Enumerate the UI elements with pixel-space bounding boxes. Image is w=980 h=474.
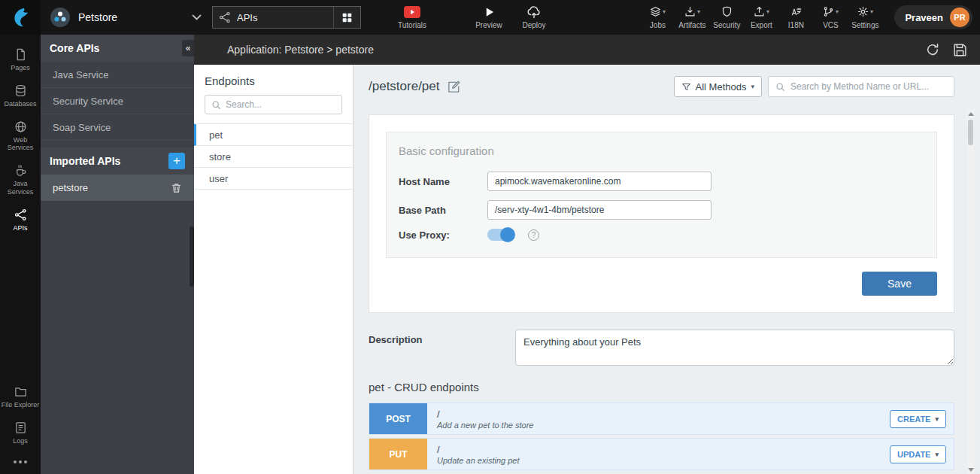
core-apis-header: Core APIs « — [41, 35, 194, 62]
save-button[interactable]: Save — [862, 272, 937, 296]
action-label: UPDATE — [897, 450, 930, 459]
rail-item-file-explorer[interactable]: File Explorer — [0, 379, 41, 415]
top-bar: Petstore APIs Tutorials Preview — [0, 0, 980, 35]
endpoints-search[interactable] — [205, 95, 342, 114]
chevron-down-icon: ▾ — [663, 9, 666, 15]
workspace-selector[interactable]: APIs — [212, 6, 361, 29]
base-path-input[interactable] — [487, 200, 711, 220]
rail-item-apis[interactable]: APIs — [0, 202, 41, 239]
rail-item-java-services[interactable]: Java Services — [0, 158, 41, 202]
endpoint-path: / — [437, 409, 533, 420]
description-textarea[interactable]: Everything about your Pets — [515, 330, 954, 366]
core-apis-title: Core APIs — [50, 42, 99, 54]
collapse-sidebar-icon[interactable]: « — [182, 40, 194, 56]
rail-item-databases[interactable]: Databases — [0, 78, 41, 114]
delete-icon[interactable] — [171, 182, 182, 193]
method-badge: POST — [369, 403, 427, 434]
add-api-button[interactable]: + — [168, 153, 185, 169]
methods-filter-dropdown[interactable]: All Methods ▾ — [674, 76, 762, 97]
rail-item-web-services[interactable]: Web Services — [0, 114, 41, 159]
coffee-icon — [14, 164, 27, 177]
security-button[interactable]: Security — [709, 6, 744, 29]
preview-label: Preview — [475, 21, 502, 29]
method-badge: PUT — [369, 439, 427, 469]
method-search-input[interactable] — [790, 81, 947, 92]
vcs-button[interactable]: ▾ VCS — [813, 6, 848, 29]
endpoint-item-user[interactable]: user — [194, 168, 353, 190]
layers-icon — [650, 6, 661, 17]
item-label: Security Service — [53, 96, 123, 107]
endpoint-item-pet[interactable]: pet — [194, 124, 353, 146]
base-path-label: Base Path — [399, 205, 487, 216]
rail-label: Java Services — [1, 180, 40, 196]
wavemaker-logo-icon[interactable] — [0, 0, 41, 35]
export-button[interactable]: ▾ Export — [744, 6, 778, 29]
endpoint-item-store[interactable]: store — [194, 146, 353, 168]
create-action-button[interactable]: CREATE▾ — [890, 410, 946, 428]
refresh-icon[interactable] — [925, 42, 940, 57]
shield-icon — [721, 6, 733, 17]
api-icon — [14, 208, 27, 221]
host-name-input[interactable] — [487, 172, 711, 191]
deploy-button[interactable]: Deploy — [513, 6, 555, 29]
edit-icon[interactable] — [447, 80, 461, 94]
apps-grid-icon[interactable] — [333, 7, 360, 28]
workspace-selector-label: APIs — [237, 12, 333, 23]
page-icon — [14, 48, 27, 61]
method-search[interactable] — [768, 76, 954, 97]
chevron-down-icon: ▾ — [935, 415, 939, 423]
scrollbar-thumb[interactable] — [968, 120, 973, 145]
project-selector[interactable]: Petstore — [41, 7, 202, 28]
preview-button[interactable]: Preview — [468, 6, 510, 29]
project-avatar — [50, 7, 71, 28]
scroll-up-icon[interactable] — [968, 112, 974, 116]
play-icon — [484, 6, 495, 18]
more-options-icon[interactable] — [14, 451, 27, 474]
sidebar-item-petstore[interactable]: petstore — [41, 175, 194, 201]
git-branch-icon — [823, 6, 834, 17]
rail-label: File Explorer — [2, 401, 40, 409]
use-proxy-label: Use Proxy: — [399, 229, 487, 241]
host-name-label: Host Name — [399, 176, 487, 187]
toggle-knob — [500, 227, 515, 242]
settings-button[interactable]: ▾ Settings — [848, 6, 882, 29]
rail-item-pages[interactable]: Pages — [0, 42, 41, 78]
security-label: Security — [713, 21, 740, 29]
endpoint-path: / — [437, 444, 519, 455]
i18n-button[interactable]: I18N — [778, 6, 813, 29]
help-icon[interactable]: ? — [528, 229, 539, 241]
log-file-icon — [14, 421, 27, 434]
endpoints-title: Endpoints — [194, 65, 353, 95]
chevron-down-icon: ▾ — [836, 9, 839, 15]
main-scrollbar[interactable] — [967, 110, 974, 474]
imported-apis-title: Imported APIs — [50, 155, 120, 167]
sidebar-item-java-service[interactable]: Java Service — [41, 62, 194, 88]
breadcrumb-bar: Application: Petstore > petstore — [194, 35, 980, 65]
endpoint-description: Update an existing pet — [437, 456, 519, 465]
chevron-down-icon: ▾ — [697, 9, 700, 15]
save-file-icon[interactable] — [952, 42, 968, 58]
rail-item-logs[interactable]: Logs — [0, 415, 41, 451]
left-rail: Pages Databases Web Services Java Servic… — [0, 35, 41, 474]
endpoint-row-post[interactable]: POST / Add a new pet to the store CREATE… — [369, 403, 954, 435]
user-menu[interactable]: Praveen PR — [894, 5, 972, 29]
sidebar-scrollbar-thumb[interactable] — [190, 226, 194, 287]
config-card: Basic configuration Host Name Base Path … — [369, 114, 954, 313]
artifacts-button[interactable]: ▾ Artifacts — [675, 6, 709, 29]
tutorials-button[interactable]: Tutorials — [391, 6, 433, 29]
user-name: Praveen — [905, 12, 943, 23]
sidebar-item-soap-service[interactable]: Soap Service — [41, 114, 194, 141]
endpoints-search-input[interactable] — [226, 99, 335, 110]
rail-label: Pages — [11, 64, 30, 72]
description-label: Description — [369, 330, 515, 366]
use-proxy-toggle[interactable] — [487, 229, 514, 241]
sidebar-item-security-service[interactable]: Security Service — [41, 88, 194, 114]
update-action-button[interactable]: UPDATE▾ — [890, 445, 946, 463]
search-icon — [211, 100, 221, 110]
scroll-down-icon[interactable] — [968, 468, 974, 472]
chevron-down-icon: ▾ — [935, 451, 939, 458]
config-title: Basic configuration — [399, 144, 924, 157]
jobs-button[interactable]: ▾ Jobs — [640, 6, 675, 29]
endpoint-row-put[interactable]: PUT / Update an existing pet UPDATE▾ — [369, 438, 954, 470]
chevron-down-icon — [192, 14, 202, 20]
